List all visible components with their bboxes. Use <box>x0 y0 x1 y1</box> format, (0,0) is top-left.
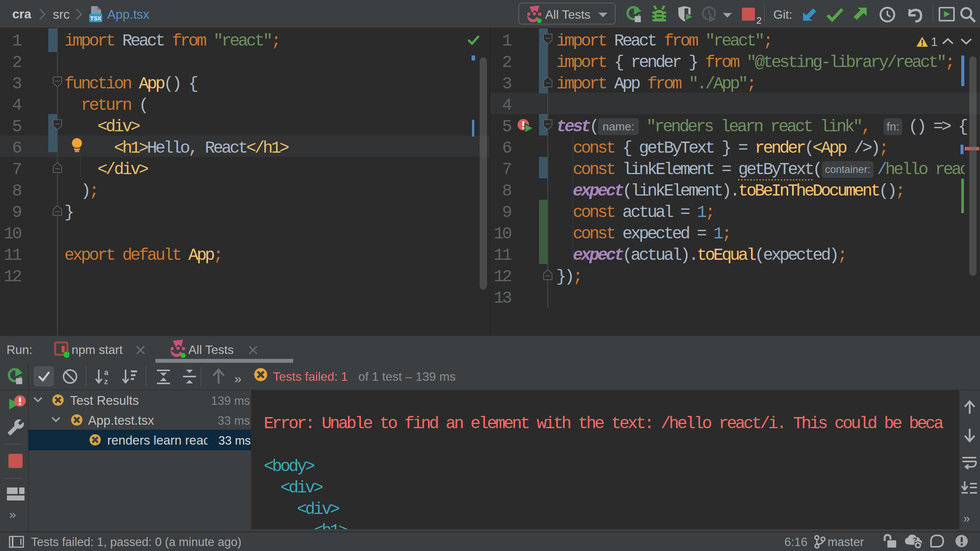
svg-text:2: 2 <box>756 15 761 24</box>
svg-text:a: a <box>104 368 109 377</box>
svg-text:TSX: TSX <box>90 15 101 21</box>
svg-text:z: z <box>104 377 108 386</box>
svg-text:?: ? <box>913 536 917 544</box>
